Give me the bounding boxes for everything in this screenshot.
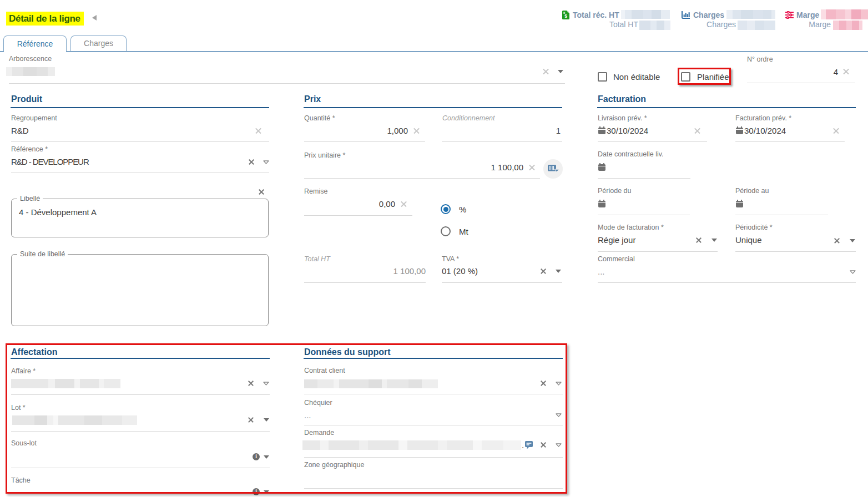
svg-text:$: $	[564, 13, 567, 19]
